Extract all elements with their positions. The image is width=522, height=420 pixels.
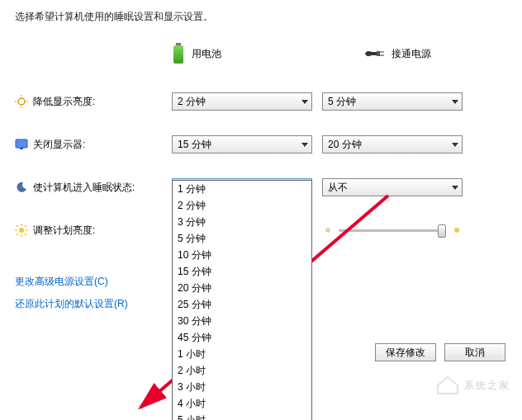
chevron-down-icon: [452, 100, 458, 104]
select-off-plugged[interactable]: 20 分钟: [322, 135, 463, 153]
plug-icon: [363, 47, 385, 60]
svg-line-18: [25, 234, 26, 235]
sun-icon: [15, 224, 28, 237]
sun-dim-icon: [322, 224, 334, 236]
dropdown-item[interactable]: 25 分钟: [173, 296, 311, 313]
sun-bright-icon: [451, 224, 463, 236]
dropdown-item[interactable]: 5 分钟: [173, 230, 311, 247]
dropdown-item[interactable]: 3 小时: [173, 379, 311, 395]
dropdown-item[interactable]: 1 分钟: [173, 181, 311, 197]
dropdown-item[interactable]: 4 小时: [173, 395, 311, 412]
page-heading: 选择希望计算机使用的睡眠设置和显示设置。: [15, 10, 507, 24]
dropdown-item[interactable]: 30 分钟: [173, 313, 311, 329]
save-button[interactable]: 保存修改: [375, 343, 436, 361]
dropdown-item[interactable]: 45 分钟: [173, 329, 311, 346]
select-sleep-plugged[interactable]: 从不: [322, 178, 463, 196]
column-header-plugged: 接通电源: [392, 47, 431, 61]
svg-line-17: [17, 225, 18, 227]
cancel-button[interactable]: 取消: [444, 343, 505, 361]
select-dim-plugged[interactable]: 5 分钟: [322, 92, 463, 111]
row-label-dim: 降低显示亮度:: [33, 95, 95, 109]
svg-line-20: [25, 225, 26, 227]
svg-line-19: [17, 234, 18, 235]
moon-icon: [15, 181, 28, 194]
dropdown-item[interactable]: 20 分钟: [173, 280, 311, 296]
svg-rect-0: [176, 43, 181, 45]
monitor-icon: [15, 138, 28, 151]
dropdown-item[interactable]: 10 分钟: [173, 247, 311, 263]
dropdown-item[interactable]: 1 小时: [173, 346, 311, 362]
select-dim-battery[interactable]: 2 分钟: [172, 92, 312, 111]
battery-icon: [172, 43, 185, 64]
dropdown-item[interactable]: 2 小时: [173, 362, 311, 379]
row-label-brightness: 调整计划亮度:: [33, 224, 95, 238]
svg-rect-2: [377, 51, 380, 56]
svg-point-5: [18, 98, 25, 105]
chevron-down-icon: [301, 100, 308, 104]
svg-rect-11: [20, 148, 23, 149]
svg-rect-1: [173, 45, 183, 64]
dropdown-item[interactable]: 5 小时: [173, 412, 311, 420]
sleep-battery-dropdown[interactable]: 1 分钟2 分钟3 分钟5 分钟10 分钟15 分钟20 分钟25 分钟30 分…: [172, 180, 312, 420]
dropdown-item[interactable]: 3 分钟: [173, 214, 311, 230]
watermark-logo-icon: [436, 375, 459, 395]
chevron-down-icon: [301, 143, 308, 147]
svg-point-24: [454, 228, 459, 233]
dropdown-item[interactable]: 2 分钟: [173, 197, 311, 214]
column-header-battery: 用电池: [192, 47, 221, 61]
svg-rect-10: [16, 139, 27, 148]
chevron-down-icon: [452, 186, 458, 190]
dim-icon: [15, 95, 28, 108]
svg-point-12: [19, 228, 24, 233]
select-off-battery[interactable]: 15 分钟: [172, 135, 312, 153]
dropdown-item[interactable]: 15 分钟: [173, 263, 311, 280]
svg-point-23: [326, 229, 330, 232]
row-label-off: 关闭显示器:: [33, 138, 85, 152]
watermark: 系统之家: [436, 375, 510, 395]
chevron-down-icon: [452, 143, 458, 147]
brightness-slider-plugged[interactable]: [339, 223, 446, 238]
row-label-sleep: 使计算机进入睡眠状态:: [33, 181, 135, 195]
